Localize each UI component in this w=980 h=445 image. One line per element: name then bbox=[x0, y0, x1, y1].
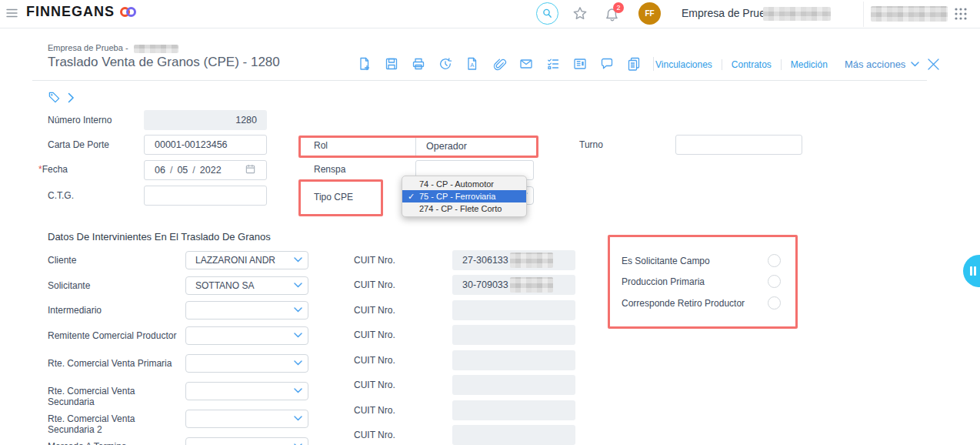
notifications-bell-icon[interactable]: 2 bbox=[604, 5, 621, 25]
rte-comercial-venta-secundaria-select[interactable] bbox=[185, 382, 308, 400]
ctg-field[interactable] bbox=[144, 186, 267, 206]
cuit-label: CUIT Nro. bbox=[354, 300, 431, 320]
fecha-year[interactable]: 2022 bbox=[200, 165, 222, 176]
cuit-field-7 bbox=[452, 400, 575, 420]
medicion-link[interactable]: Medición bbox=[791, 59, 828, 70]
vinculaciones-link[interactable]: Vinculaciones bbox=[655, 59, 712, 70]
toggle-row: Produccion Primaria bbox=[622, 275, 785, 288]
solicitante-select[interactable]: SOTTANO SA bbox=[185, 276, 308, 295]
tipo-cpe-dropdown-menu: 74 - CP - Automotor ✓ 75 - CP - Ferrovia… bbox=[402, 176, 527, 217]
contratos-link[interactable]: Contratos bbox=[732, 59, 772, 70]
rol-label: Rol bbox=[314, 140, 328, 152]
mas-acciones-label: Más acciones bbox=[845, 59, 905, 70]
produccion-primaria-radio[interactable] bbox=[768, 275, 781, 288]
cuit-field-3 bbox=[452, 300, 575, 320]
favorites-star-icon[interactable] bbox=[572, 5, 588, 25]
remitente-comercial-productor-select[interactable] bbox=[185, 326, 308, 345]
close-icon[interactable] bbox=[927, 58, 940, 71]
title-divider bbox=[32, 80, 927, 81]
intermediario-select[interactable] bbox=[185, 301, 308, 320]
handle-grip-icon bbox=[974, 266, 976, 276]
user-avatar[interactable]: FF bbox=[638, 2, 661, 25]
option-label: 74 - CP - Automotor bbox=[419, 179, 494, 189]
party-row: SolicitanteSOTTANO SA bbox=[48, 276, 303, 295]
numero-interno-field: 1280 bbox=[144, 110, 267, 130]
attachment-icon[interactable] bbox=[492, 56, 507, 72]
fecha-month[interactable]: 05 bbox=[177, 165, 188, 176]
svg-text:A: A bbox=[470, 62, 474, 69]
carta-de-porte-field[interactable]: 00001-00123456 bbox=[144, 135, 267, 155]
cliente-select[interactable]: LAZZARONI ANDR bbox=[185, 251, 308, 269]
search-icon[interactable] bbox=[536, 2, 558, 25]
mercado-a-termino-label: Mercado A Termino bbox=[48, 437, 180, 445]
party-row: ClienteLAZZARONI ANDR bbox=[48, 251, 303, 269]
es-solicitante-campo-radio[interactable] bbox=[768, 254, 781, 267]
header-divider bbox=[863, 2, 864, 27]
dropdown-option-flete-corto[interactable]: 274 - CP - Flete Corto bbox=[402, 202, 526, 215]
cuit-row: CUIT Nro. bbox=[354, 350, 554, 370]
email-icon[interactable] bbox=[518, 56, 534, 72]
rte-comercial-venta-secundaria-label: Rte. Comercial Venta Secundaria bbox=[48, 382, 180, 407]
mas-acciones-button[interactable]: Más acciones bbox=[845, 59, 919, 70]
option-label: 274 - CP - Flete Corto bbox=[419, 204, 502, 213]
checklist-icon[interactable] bbox=[545, 56, 561, 72]
news-icon[interactable] bbox=[572, 56, 588, 72]
history-icon[interactable] bbox=[438, 56, 453, 72]
cliente-value: LAZZARONI ANDR bbox=[195, 255, 275, 266]
dropdown-option-automotor[interactable]: 74 - CP - Automotor bbox=[402, 178, 526, 190]
handle-grip-icon bbox=[970, 266, 972, 276]
apps-grid-icon[interactable] bbox=[954, 7, 968, 24]
cuit-row: CUIT Nro. bbox=[354, 325, 554, 345]
redacted-company-name bbox=[763, 7, 831, 21]
cuit-label: CUIT Nro. bbox=[354, 275, 431, 295]
chevron-right-icon[interactable] bbox=[68, 92, 75, 103]
party-row: Intermediario bbox=[48, 301, 303, 320]
finnegans-logo[interactable]: FINNEGANS bbox=[26, 4, 136, 20]
cuit-label: CUIT Nro. bbox=[354, 400, 431, 420]
document-toolbar: A bbox=[357, 56, 654, 72]
toolbar-divider bbox=[653, 57, 654, 71]
comment-icon[interactable] bbox=[599, 56, 615, 72]
rte-comercial-venta-secundaria-2-select[interactable] bbox=[185, 410, 308, 428]
redacted-user-name bbox=[871, 6, 948, 22]
notification-badge: 2 bbox=[613, 2, 624, 13]
chevron-down-icon bbox=[294, 388, 302, 393]
cuit-row: CUIT Nro.27-306133 bbox=[354, 250, 554, 270]
rol-field[interactable]: Operador bbox=[415, 136, 534, 157]
tag-icon[interactable] bbox=[48, 91, 61, 104]
export-document-icon[interactable]: A bbox=[465, 56, 480, 72]
hamburger-menu-icon[interactable] bbox=[6, 8, 20, 20]
fecha-field[interactable]: 06 / 05 / 2022 bbox=[144, 160, 267, 180]
chevron-down-icon bbox=[911, 62, 919, 67]
side-panel-handle[interactable] bbox=[963, 255, 980, 287]
fecha-label-text: Fecha bbox=[42, 164, 68, 175]
fecha-label: *Fecha bbox=[38, 164, 68, 176]
print-icon[interactable] bbox=[411, 56, 426, 72]
cuit-row: CUIT Nro. bbox=[354, 400, 554, 420]
save-icon[interactable] bbox=[384, 56, 399, 72]
top-header: FINNEGANS 2 FF Empresa de Prueba - bbox=[0, 0, 980, 28]
calendar-icon[interactable] bbox=[245, 163, 256, 177]
cuit-field-6 bbox=[452, 375, 575, 395]
party-row: Rte. Comercial Venta Secundaria bbox=[48, 382, 303, 407]
fecha-day[interactable]: 06 bbox=[155, 165, 165, 176]
corresponde-retiro-productor-radio[interactable] bbox=[768, 296, 781, 309]
breadcrumb: Empresa de Prueba - bbox=[48, 43, 178, 53]
chevron-down-icon bbox=[294, 307, 302, 313]
copy-icon[interactable] bbox=[626, 56, 642, 72]
section-title: Datos De Intervinientes En El Traslado D… bbox=[48, 231, 271, 243]
rte-comercial-venta-primaria-select[interactable] bbox=[185, 354, 308, 373]
mercado-a-termino-select[interactable] bbox=[185, 437, 308, 445]
turno-field[interactable] bbox=[675, 135, 802, 155]
new-document-icon[interactable] bbox=[357, 56, 372, 72]
chevron-down-icon bbox=[294, 257, 302, 263]
cuit-label: CUIT Nro. bbox=[354, 250, 431, 270]
cuit-label: CUIT Nro. bbox=[354, 425, 431, 445]
breadcrumb-text: Empresa de Prueba - bbox=[48, 43, 128, 52]
link-divider bbox=[722, 59, 722, 70]
check-icon: ✓ bbox=[408, 190, 415, 202]
cuit-row: CUIT Nro. bbox=[354, 375, 554, 395]
cuit-value: 30-709033 bbox=[462, 279, 508, 290]
chevron-down-icon bbox=[294, 416, 302, 421]
dropdown-option-ferroviaria[interactable]: ✓ 75 - CP - Ferroviaria bbox=[402, 190, 526, 202]
